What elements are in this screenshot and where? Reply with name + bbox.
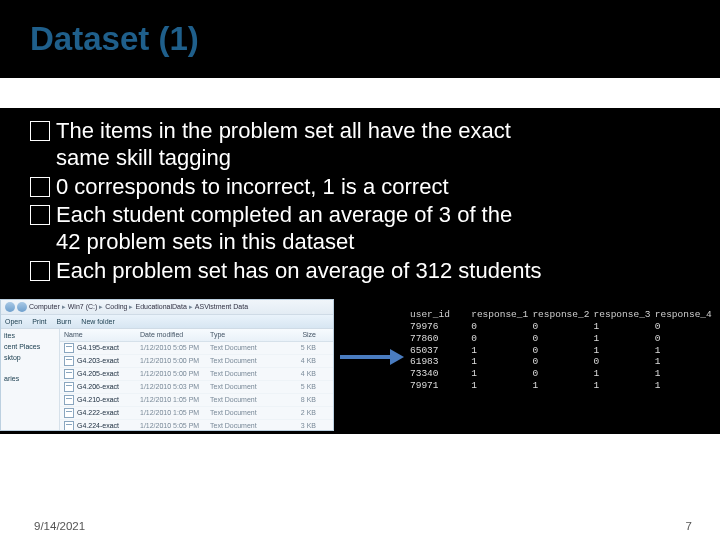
data-cell: 0 xyxy=(471,333,532,345)
file-date: 1/12/2010 5:05 PM xyxy=(140,344,210,351)
footer-page-number: 7 xyxy=(686,520,692,532)
footer-date: 9/14/2021 xyxy=(34,520,85,532)
data-header-row: user_id response_1 response_2 response_3… xyxy=(410,309,716,321)
document-icon xyxy=(64,421,74,430)
print-button[interactable]: Print xyxy=(32,318,46,325)
bullet-square-icon xyxy=(30,177,50,197)
explorer-sidebar: ites cent Places sktop aries xyxy=(1,329,60,430)
file-name: G4.210-exact xyxy=(77,396,119,403)
file-type: Text Document xyxy=(210,396,276,403)
data-cell: 1 xyxy=(471,345,532,357)
col-response-3: response_3 xyxy=(594,309,655,321)
file-row[interactable]: G4.222-exact1/12/2010 1:05 PMText Docume… xyxy=(60,407,333,420)
file-name: G4.206-exact xyxy=(77,383,119,390)
open-button[interactable]: Open xyxy=(5,318,22,325)
chevron-right-icon: ▸ xyxy=(189,303,193,311)
file-list: Name Date modified Type Size G4.195-exac… xyxy=(60,329,333,430)
sidebar-group: aries xyxy=(4,375,56,382)
breadcrumb-bar: Computer▸ Win7 (C:)▸ Coding▸ Educational… xyxy=(1,300,333,315)
data-row: 799711111 xyxy=(410,380,716,392)
breadcrumb-segment[interactable]: Win7 (C:) xyxy=(68,303,98,310)
bullet-continuation: 42 problem sets in this dataset xyxy=(30,229,690,256)
sidebar-group: ites xyxy=(4,332,56,339)
file-type: Text Document xyxy=(210,370,276,377)
data-cell: 0 xyxy=(471,321,532,333)
file-size: 4 KB xyxy=(276,357,322,364)
spacer xyxy=(0,78,720,108)
new-folder-button[interactable]: New folder xyxy=(81,318,114,325)
data-row: 619831001 xyxy=(410,356,716,368)
chevron-right-icon: ▸ xyxy=(99,303,103,311)
file-row[interactable]: G4.206-exact1/12/2010 5:03 PMText Docume… xyxy=(60,381,333,394)
bullet-continuation: same skill tagging xyxy=(30,145,690,172)
chevron-right-icon: ▸ xyxy=(62,303,66,311)
bullet-item: The items in the problem set all have th… xyxy=(30,118,690,145)
file-type: Text Document xyxy=(210,422,276,429)
slide-footer: 9/14/2021 7 xyxy=(0,512,720,540)
sidebar-item[interactable]: sktop xyxy=(4,354,56,361)
breadcrumb-segment[interactable]: Coding xyxy=(105,303,127,310)
document-icon xyxy=(64,356,74,366)
file-type: Text Document xyxy=(210,344,276,351)
bullet-square-icon xyxy=(30,205,50,225)
bullet-item: Each problem set has on average of 312 s… xyxy=(30,258,690,285)
data-cell: 79971 xyxy=(410,380,471,392)
file-type: Text Document xyxy=(210,357,276,364)
sidebar-separator xyxy=(4,365,56,371)
data-cell: 1 xyxy=(594,333,655,345)
sidebar-item[interactable]: cent Places xyxy=(4,343,56,350)
data-row: 799760010 xyxy=(410,321,716,333)
data-cell: 1 xyxy=(655,380,716,392)
arrow-right-icon xyxy=(340,349,404,365)
file-row[interactable]: G4.205-exact1/12/2010 5:00 PMText Docume… xyxy=(60,368,333,381)
column-header-size[interactable]: Size xyxy=(276,331,322,338)
data-cell: 61983 xyxy=(410,356,471,368)
data-cell: 0 xyxy=(655,333,716,345)
file-row[interactable]: G4.203-exact1/12/2010 5:00 PMText Docume… xyxy=(60,355,333,368)
bullet-text: The items in the problem set all have th… xyxy=(56,118,511,145)
bullet-list: The items in the problem set all have th… xyxy=(30,118,690,285)
file-name: G4.222-exact xyxy=(77,409,119,416)
data-row: 778600010 xyxy=(410,333,716,345)
data-cell: 1 xyxy=(471,380,532,392)
file-name: G4.224-exact xyxy=(77,422,119,429)
bullet-square-icon xyxy=(30,261,50,281)
column-header-name[interactable]: Name xyxy=(60,331,140,338)
file-size: 2 KB xyxy=(276,409,322,416)
file-explorer: Computer▸ Win7 (C:)▸ Coding▸ Educational… xyxy=(0,299,334,431)
col-response-1: response_1 xyxy=(471,309,532,321)
file-size: 8 KB xyxy=(276,396,322,403)
bullet-text: Each problem set has on average of 312 s… xyxy=(56,258,542,285)
data-cell: 0 xyxy=(532,368,593,380)
data-cell: 1 xyxy=(594,321,655,333)
data-cell: 1 xyxy=(594,368,655,380)
breadcrumb-segment[interactable]: ASVistment Data xyxy=(195,303,248,310)
burn-button[interactable]: Burn xyxy=(57,318,72,325)
file-list-header: Name Date modified Type Size xyxy=(60,329,333,342)
column-header-date[interactable]: Date modified xyxy=(140,331,210,338)
chevron-right-icon: ▸ xyxy=(129,303,133,311)
document-icon xyxy=(64,382,74,392)
nav-forward-icon[interactable] xyxy=(17,302,27,312)
document-icon xyxy=(64,408,74,418)
data-row: 650371011 xyxy=(410,345,716,357)
breadcrumb-segment[interactable]: Computer xyxy=(29,303,60,310)
file-size: 3 KB xyxy=(276,422,322,429)
data-cell: 73340 xyxy=(410,368,471,380)
explorer-toolbar: Open Print Burn New folder xyxy=(1,315,333,329)
file-date: 1/12/2010 1:05 PM xyxy=(140,396,210,403)
data-cell: 1 xyxy=(655,345,716,357)
bullet-square-icon xyxy=(30,121,50,141)
file-name: G4.205-exact xyxy=(77,370,119,377)
column-header-type[interactable]: Type xyxy=(210,331,276,338)
data-cell: 0 xyxy=(532,356,593,368)
file-row[interactable]: G4.224-exact1/12/2010 5:05 PMText Docume… xyxy=(60,420,333,430)
breadcrumb-segment[interactable]: EducationalData xyxy=(135,303,186,310)
nav-back-icon[interactable] xyxy=(5,302,15,312)
file-row[interactable]: G4.195-exact1/12/2010 5:05 PMText Docume… xyxy=(60,342,333,355)
col-response-4: response_4 xyxy=(655,309,716,321)
title-band: Dataset (1) xyxy=(0,0,720,78)
file-row[interactable]: G4.210-exact1/12/2010 1:05 PMText Docume… xyxy=(60,394,333,407)
slide-title: Dataset (1) xyxy=(30,20,199,58)
data-cell: 1 xyxy=(655,368,716,380)
